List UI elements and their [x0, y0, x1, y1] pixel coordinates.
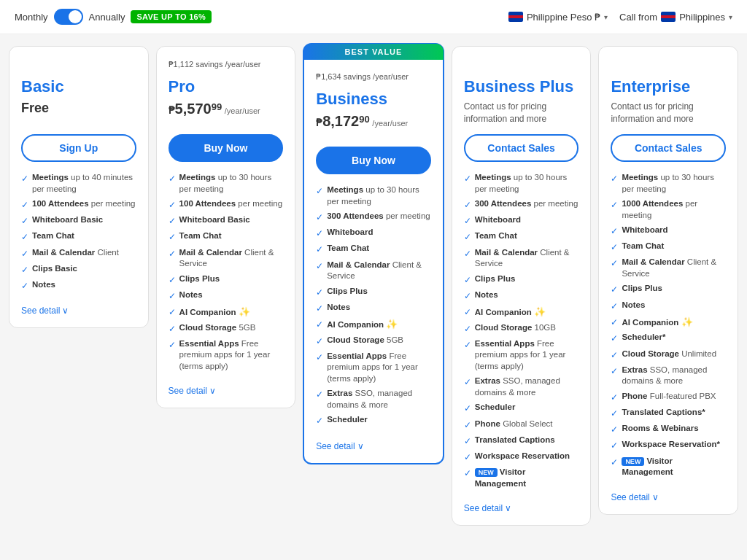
feature-item: ✓ Cloud Storage 5GB [316, 335, 431, 347]
see-detail-button[interactable]: See detail ∨ [464, 503, 579, 513]
feature-item: ✓ 100 Attendees per meeting [21, 198, 136, 211]
feature-item: ✓ Notes [464, 289, 579, 302]
check-icon: ✓ [169, 199, 176, 211]
chevron-down-icon: ∨ [357, 441, 364, 451]
currency-selector[interactable]: Philippine Peso ₱ ▾ [508, 12, 608, 23]
see-detail-button[interactable]: See detail ∨ [611, 492, 726, 502]
check-icon: ✓ [611, 173, 618, 184]
feature-text: Clips Basic [32, 263, 77, 275]
feature-text: Meetings up to 30 hours per meeting [475, 172, 579, 195]
feature-item: ✓ Essential Apps Free premium apps for 1… [464, 338, 579, 373]
feature-text: AI Companion ✨ [475, 306, 546, 319]
feature-item: ✓ AI Companion ✨ [169, 306, 284, 319]
feature-item: ✓ Translated Captions* [611, 407, 726, 419]
feature-text: Scheduler [327, 414, 368, 426]
feature-text: Whiteboard Basic [179, 214, 250, 226]
check-icon: ✓ [316, 319, 323, 330]
plan-action-button[interactable]: Buy Now [316, 147, 431, 174]
feature-item: ✓ Extras SSO, managed domains & more [316, 388, 431, 411]
check-icon: ✓ [464, 215, 471, 227]
savings-label: ₱1,112 savings /year/user [169, 60, 284, 71]
feature-text: Clips Plus [327, 286, 368, 298]
check-icon: ✓ [611, 365, 618, 377]
feature-text: Whiteboard Basic [32, 214, 103, 226]
plan-price: ₱8,17290 /year/user [316, 113, 431, 139]
feature-item: ✓ NEWVisitor Management [464, 467, 579, 489]
feature-text: Mail & Calendar Client & Service [622, 257, 726, 279]
check-icon: ✓ [316, 244, 323, 255]
feature-item: ✓ Whiteboard [464, 214, 579, 227]
feature-item: ✓ Mail & Calendar Client & Service [464, 247, 579, 270]
see-detail-button[interactable]: See detail ∨ [169, 386, 284, 396]
feature-text: Rooms & Webinars [622, 423, 698, 435]
check-icon: ✓ [464, 339, 471, 351]
ai-emoji-icon: ✨ [239, 306, 250, 317]
feature-text: Mail & Calendar Client & Service [179, 247, 284, 270]
feature-item: ✓ Team Chat [21, 230, 136, 243]
feature-text: Translated Captions [475, 435, 555, 446]
feature-text: Notes [622, 300, 645, 311]
check-icon: ✓ [464, 274, 471, 286]
plan-action-button[interactable]: Contact Sales [464, 134, 579, 162]
feature-text: Phone Global Select [475, 419, 553, 430]
feature-text: Scheduler* [622, 332, 665, 343]
call-from-selector[interactable]: Call from Philippines ▾ [619, 12, 732, 23]
feature-text: Workspace Reservation* [622, 439, 720, 451]
plan-action-button[interactable]: Buy Now [169, 134, 284, 162]
feature-item: ✓ Meetings up to 30 hours per meeting [169, 172, 284, 195]
plan-card-business: BEST VALUE₱1,634 savings /year/userBusin… [303, 43, 444, 464]
new-badge: NEW [622, 457, 644, 466]
plan-action-button[interactable]: Contact Sales [611, 134, 726, 162]
feature-text: Mail & Calendar Client & Service [327, 260, 431, 282]
feature-text: 300 Attendees per meeting [327, 211, 430, 222]
feature-text: Clips Plus [475, 273, 516, 285]
feature-text: Notes [179, 289, 203, 301]
check-icon: ✓ [21, 264, 28, 276]
feature-item: ✓ Essential Apps Free premium apps for 1… [316, 351, 431, 385]
plan-card-business-plus: Business PlusContact us for pricing info… [452, 46, 592, 526]
chevron-down-icon: ∨ [652, 492, 659, 502]
feature-text: Clips Plus [622, 283, 662, 295]
check-icon: ✓ [21, 173, 28, 184]
feature-item: ✓ Scheduler [316, 414, 431, 427]
check-icon: ✓ [611, 332, 618, 344]
feature-item: ✓ NEWVisitor Management [611, 456, 726, 478]
chevron-down-icon: ∨ [209, 386, 216, 396]
see-detail-button[interactable]: See detail ∨ [21, 306, 136, 316]
feature-item: ✓ 100 Attendees per meeting [169, 198, 284, 211]
top-bar: Monthly Annually SAVE UP TO 16% Philippi… [0, 0, 747, 34]
plan-card-pro: ₱1,112 savings /year/userPro ₱5,57099 /y… [156, 46, 296, 408]
feature-text: Extras SSO, managed domains & more [327, 388, 431, 411]
feature-item: ✓ Team Chat [316, 243, 431, 255]
feature-item: ✓ Essential Apps Free premium apps for 1… [169, 338, 284, 373]
feature-item: ✓ Extras SSO, managed domains & more [611, 365, 726, 387]
check-icon: ✓ [611, 349, 618, 361]
plans-container: BasicFreeSign Up ✓ Meetings up to 40 min… [0, 34, 747, 537]
feature-item: ✓ Translated Captions [464, 435, 579, 447]
feature-item: ✓ Team Chat [611, 241, 726, 253]
feature-item: ✓ Notes [169, 289, 284, 302]
ph-flag-icon [508, 12, 523, 22]
plan-name: Basic [21, 77, 136, 96]
plan-action-button[interactable]: Sign Up [21, 134, 136, 162]
feature-item: ✓ AI Companion ✨ [611, 316, 726, 329]
billing-toggle[interactable] [54, 9, 83, 25]
feature-text: Mail & Calendar Client [32, 247, 119, 259]
call-country: Philippines [679, 12, 725, 23]
check-icon: ✓ [611, 300, 618, 312]
feature-item: ✓ Rooms & Webinars [611, 423, 726, 435]
check-icon: ✓ [316, 185, 323, 197]
feature-text: Essential Apps Free premium apps for 1 y… [475, 338, 579, 373]
feature-text: Cloud Storage 5GB [179, 322, 256, 334]
billing-toggle-wrap: Monthly Annually SAVE UP TO 16% [15, 9, 212, 25]
feature-item: ✓ 300 Attendees per meeting [464, 198, 579, 211]
check-icon: ✓ [611, 257, 618, 269]
check-icon: ✓ [316, 335, 323, 347]
feature-text: Extras SSO, managed domains & more [475, 376, 579, 398]
ai-emoji-icon: ✨ [534, 306, 546, 317]
feature-list: ✓ Meetings up to 30 hours per meeting ✓ … [169, 172, 284, 376]
plan-price: Contact us for pricing information and m… [464, 101, 579, 127]
check-icon: ✓ [611, 199, 618, 211]
see-detail-button[interactable]: See detail ∨ [316, 441, 431, 451]
check-icon: ✓ [611, 456, 618, 468]
